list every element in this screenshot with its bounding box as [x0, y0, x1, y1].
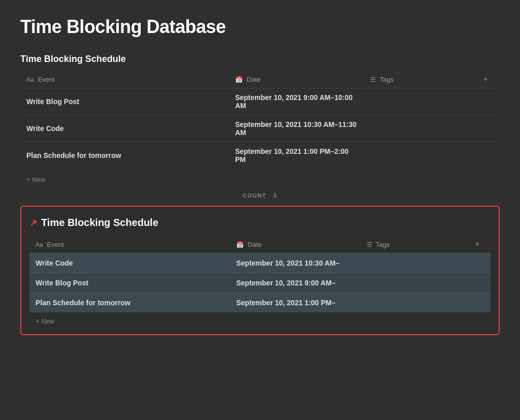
linked-date-cell: September 10, 2021 1:00 PM– [230, 293, 360, 313]
linked-section-header: ↗ Time Blocking Schedule [29, 217, 491, 229]
linked-add-column-button[interactable]: + [469, 236, 491, 253]
event-cell: Write Code [20, 115, 229, 142]
linked-date-cell: September 10, 2021 10:30 AM– [230, 253, 360, 273]
linked-row-extra-cell [469, 273, 491, 293]
linked-col-tags-header: ☰ Tags [361, 236, 469, 253]
table-row[interactable]: Write Blog Post September 10, 2021 9:00 … [20, 88, 500, 115]
linked-event-cell: Write Code [29, 253, 230, 273]
tags-cell [364, 88, 477, 115]
linked-plus-icon: + [475, 240, 479, 248]
linked-section-title: Time Blocking Schedule [41, 217, 158, 229]
table-row[interactable]: Plan Schedule for tomorrow September 10,… [20, 142, 500, 169]
row-extra-cell [477, 115, 500, 142]
date-cell: September 10, 2021 1:00 PM–2:00 PM [229, 142, 365, 169]
event-cell: Plan Schedule for tomorrow [20, 142, 229, 169]
top-col-event-header: Aa Event [20, 71, 229, 88]
date-cell: September 10, 2021 9:00 AM–10:00 AM [229, 88, 365, 115]
linked-table-row[interactable]: Write Code September 10, 2021 10:30 AM– [29, 253, 491, 273]
tags-cell [364, 115, 477, 142]
top-new-row-button[interactable]: + New [20, 171, 500, 188]
linked-event-cell: Plan Schedule for tomorrow [29, 293, 230, 313]
page-title: Time Blocking Database [20, 16, 500, 38]
plus-icon: + [483, 75, 488, 83]
top-table: Aa Event 📅 Date ☰ Tags + Write Blog Post… [20, 71, 500, 169]
linked-section: ↗ Time Blocking Schedule Aa Event 📅 Date… [20, 206, 500, 335]
linked-tags-cell [361, 253, 469, 273]
tags-cell [364, 142, 477, 169]
linked-col-date-header: 📅 Date [230, 236, 360, 253]
linked-arrow-icon: ↗ [29, 217, 37, 229]
linked-text-icon: Aa [36, 241, 43, 248]
linked-event-cell: Write Blog Post [29, 273, 230, 293]
top-col-date-header: 📅 Date [229, 71, 365, 88]
date-cell: September 10, 2021 10:30 AM–11:30 AM [229, 115, 365, 142]
text-icon: Aa [26, 76, 34, 83]
table-row[interactable]: Write Code September 10, 2021 10:30 AM–1… [20, 115, 500, 142]
top-add-column-button[interactable]: + [477, 71, 500, 88]
linked-tags-icon: ☰ [367, 241, 372, 248]
linked-tags-cell [361, 273, 469, 293]
linked-date-cell: September 10, 2021 9:00 AM– [230, 273, 360, 293]
linked-row-extra-cell [469, 293, 491, 313]
row-extra-cell [477, 88, 500, 115]
linked-table-row[interactable]: Write Blog Post September 10, 2021 9:00 … [29, 273, 491, 293]
linked-table-row[interactable]: Plan Schedule for tomorrow September 10,… [29, 293, 491, 313]
calendar-icon: 📅 [235, 76, 243, 83]
top-col-tags-header: ☰ Tags [364, 71, 477, 88]
linked-calendar-icon: 📅 [236, 241, 244, 248]
count-row: COUNT 3 [20, 188, 500, 204]
linked-col-event-header: Aa Event [29, 236, 230, 253]
linked-row-extra-cell [469, 253, 491, 273]
linked-new-row-button[interactable]: + New [29, 312, 491, 330]
tags-icon: ☰ [370, 76, 376, 83]
row-extra-cell [477, 142, 500, 169]
linked-table: Aa Event 📅 Date ☰ Tags + Write Code Sept… [29, 236, 491, 312]
event-cell: Write Blog Post [20, 88, 229, 115]
top-section-title: Time Blocking Schedule [20, 54, 500, 64]
top-section: Time Blocking Schedule Aa Event 📅 Date ☰… [20, 54, 500, 204]
linked-tags-cell [361, 293, 469, 313]
